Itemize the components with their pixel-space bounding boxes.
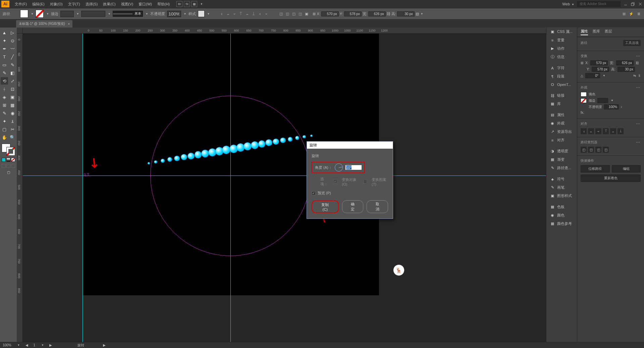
stroke-weight-input[interactable] bbox=[60, 11, 74, 17]
document-tab[interactable]: 未标题-1* @ 100% (RGB/预览) × bbox=[16, 20, 72, 28]
props-stroke-weight-input[interactable] bbox=[597, 98, 608, 103]
gradient-tool[interactable]: ▦ bbox=[9, 101, 16, 109]
mesh-tool[interactable]: ⊞ bbox=[1, 101, 8, 109]
color-mode-solid[interactable] bbox=[2, 158, 6, 162]
selection-tool[interactable]: ▲ bbox=[1, 29, 8, 36]
dock-item[interactable]: ▣图形样式 bbox=[546, 192, 577, 200]
dock-item[interactable]: ▤属性 bbox=[546, 111, 577, 119]
x-input[interactable] bbox=[321, 11, 339, 16]
guide-vertical[interactable] bbox=[83, 34, 83, 342]
props-h-input[interactable] bbox=[618, 67, 635, 72]
offset-path-button[interactable]: 位移路径 bbox=[581, 165, 610, 172]
flip-h-icon[interactable]: ⇋ bbox=[633, 74, 636, 78]
appearance-more-icon[interactable]: ⋯ bbox=[636, 85, 641, 90]
dock-item[interactable]: ⛓链接 bbox=[546, 91, 577, 100]
stroke-label[interactable]: 描边 bbox=[51, 11, 58, 16]
y-input[interactable] bbox=[344, 11, 362, 16]
fill-swatch[interactable] bbox=[20, 10, 28, 18]
fill-stroke-indicator[interactable] bbox=[2, 144, 15, 156]
workspace-switcher[interactable]: Web ▼ bbox=[562, 2, 574, 6]
props-w-input[interactable] bbox=[616, 60, 634, 65]
props-tab-layers[interactable]: 图层 bbox=[605, 29, 612, 35]
dock-item[interactable]: ▦色板 bbox=[546, 203, 577, 211]
screen-mode-icon[interactable]: ▢ bbox=[6, 170, 11, 175]
rectangle-tool[interactable]: ▭ bbox=[1, 61, 8, 68]
draw-behind-icon[interactable] bbox=[6, 164, 10, 168]
link-wh-icon-2[interactable]: ⛓ bbox=[636, 61, 639, 65]
artboard-nav-prev-icon[interactable]: ◀ bbox=[25, 343, 28, 347]
dock-item[interactable]: ✎路径查... bbox=[546, 164, 577, 172]
shaper-tool[interactable]: ✎ bbox=[1, 69, 8, 77]
dock-item[interactable]: ▦颜色参考 bbox=[546, 219, 577, 228]
eyedropper-tool[interactable]: ✎ bbox=[1, 109, 8, 117]
align-more-icon[interactable]: ⋯ bbox=[636, 121, 641, 126]
menu-edit[interactable]: 编辑(E) bbox=[30, 2, 47, 7]
dock-item[interactable]: ↗资源导出 bbox=[546, 128, 577, 136]
h-input[interactable] bbox=[397, 11, 415, 16]
align-hcenter-icon[interactable]: ⫠ bbox=[225, 11, 231, 16]
pf-minus-icon[interactable]: ◫ bbox=[588, 147, 594, 153]
rotate-tool[interactable]: ⟲ bbox=[1, 77, 8, 85]
symbol-sprayer-tool[interactable]: ✦ bbox=[1, 117, 8, 125]
artboard-number[interactable]: 1 bbox=[34, 343, 36, 347]
window-close-icon[interactable] bbox=[638, 2, 643, 6]
prefs-icon[interactable]: ⚡ bbox=[629, 11, 634, 16]
gpu-icon[interactable]: ✦ bbox=[199, 1, 205, 7]
angle-wheel[interactable] bbox=[335, 163, 343, 171]
menu-select[interactable]: 选择(S) bbox=[83, 2, 101, 7]
dock-item[interactable]: ⓘ信息 bbox=[546, 53, 577, 61]
artboard-nav-next-icon[interactable]: ▶ bbox=[49, 343, 52, 347]
align-vcenter-icon[interactable]: ⫠ bbox=[245, 11, 250, 16]
lasso-tool[interactable]: ⊙ bbox=[9, 37, 16, 44]
arrange-docs-icon[interactable]: ▦ bbox=[191, 1, 197, 7]
copy-button[interactable]: 复制 (C) bbox=[312, 200, 339, 213]
status-more-icon[interactable]: ▶ bbox=[103, 343, 106, 347]
bridge-icon[interactable]: Br bbox=[176, 1, 182, 7]
tab-close-icon[interactable]: × bbox=[68, 22, 70, 26]
dock-item[interactable]: ◑透明度 bbox=[546, 147, 577, 155]
shape-intersect-icon[interactable]: ◫ bbox=[291, 11, 297, 16]
props-align-left-icon[interactable]: ⫞ bbox=[581, 128, 587, 134]
dock-item[interactable]: ✎画笔 bbox=[546, 183, 577, 192]
shape-exclude-icon[interactable]: ◫ bbox=[298, 11, 303, 16]
pf-unite-icon[interactable]: ◫ bbox=[581, 147, 587, 153]
dock-item[interactable]: ▦渐变 bbox=[546, 155, 577, 164]
opacity-input[interactable] bbox=[167, 11, 181, 17]
menu-file[interactable]: 文件(F) bbox=[12, 2, 30, 7]
ruler-origin[interactable] bbox=[17, 28, 23, 34]
perspective-tool[interactable]: ▣ bbox=[9, 93, 16, 101]
line-tool[interactable]: ╱ bbox=[9, 53, 16, 60]
shape-builder-tool[interactable]: ◈ bbox=[1, 93, 8, 101]
props-x-input[interactable] bbox=[590, 60, 608, 65]
stock-icon[interactable]: St bbox=[184, 1, 190, 7]
scale-tool[interactable]: ⤢ bbox=[9, 77, 16, 85]
props-align-hcenter-icon[interactable]: ⫠ bbox=[588, 128, 594, 134]
dock-item[interactable]: ≡对齐 bbox=[546, 136, 577, 144]
preview-checkbox[interactable]: ✓ bbox=[312, 191, 316, 195]
ref-point-icon[interactable]: ⊞ bbox=[313, 12, 316, 16]
menu-object[interactable]: 对象(O) bbox=[47, 2, 65, 7]
color-mode-none[interactable] bbox=[11, 158, 15, 162]
zoom-level[interactable]: 100% bbox=[3, 343, 11, 347]
color-mode-gradient[interactable] bbox=[6, 158, 10, 162]
menu-help[interactable]: 帮助(H) bbox=[155, 2, 172, 7]
isolate-icon[interactable]: ▣ bbox=[304, 11, 309, 16]
props-angle-input[interactable] bbox=[585, 73, 600, 78]
window-restore-icon[interactable] bbox=[631, 2, 635, 6]
draw-normal-icon[interactable] bbox=[2, 164, 6, 168]
dock-item[interactable]: ▣CSS 属... bbox=[546, 28, 577, 36]
stroke-swatch[interactable] bbox=[36, 10, 44, 18]
group-button[interactable]: 编组 bbox=[612, 165, 641, 172]
curvature-tool[interactable]: 〰 bbox=[9, 45, 16, 52]
shape-minus-icon[interactable]: ◫ bbox=[285, 11, 290, 16]
setup-icon[interactable]: ⊞ bbox=[621, 11, 627, 16]
shape-unite-icon[interactable]: ◫ bbox=[278, 11, 284, 16]
tool-options-button[interactable]: 工具选项 bbox=[623, 40, 641, 46]
align-bottom-icon[interactable]: ⟘ bbox=[251, 11, 256, 16]
props-stroke-swatch[interactable] bbox=[581, 98, 587, 103]
dock-item[interactable]: A字符 bbox=[546, 64, 577, 72]
props-tab-library[interactable]: 图库 bbox=[593, 29, 600, 35]
dock-item[interactable]: ▶动作 bbox=[546, 44, 577, 53]
props-tab-properties[interactable]: 属性 bbox=[581, 29, 588, 35]
flip-v-icon[interactable]: ⥮ bbox=[638, 74, 641, 78]
